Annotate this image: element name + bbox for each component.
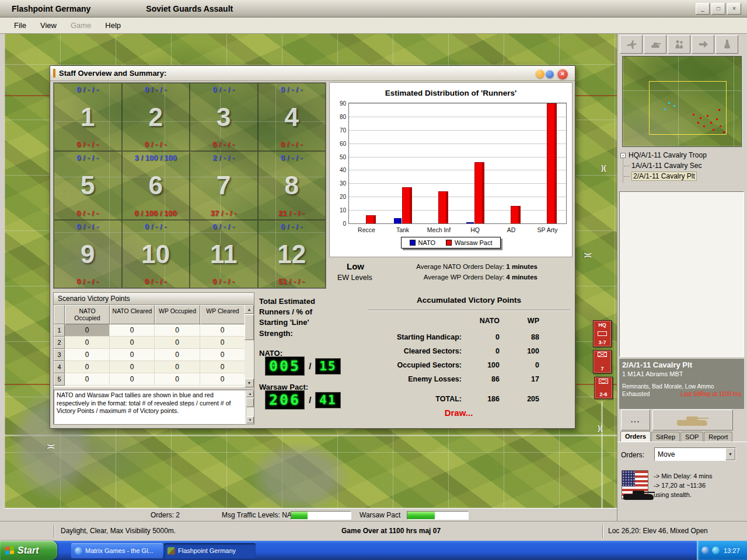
y-tick-label: 0	[343, 220, 346, 227]
wp-traffic-fill	[407, 512, 435, 519]
unit-picture-button[interactable]	[652, 410, 733, 430]
order-delay-line: -> Min Delay: 4 mins	[654, 473, 713, 480]
nato-delay-line: Average NATO Orders Delay: 1 minutes	[416, 263, 537, 270]
tree-item-cavalry-sec[interactable]: 1A/A/1-11 Cavalry Sec	[631, 162, 702, 170]
runners-title: Total Estimated Runners / % of Starting …	[259, 296, 336, 339]
y-tick-label: 20	[340, 194, 346, 200]
scrollbar-thumb[interactable]	[245, 314, 254, 340]
nato-total-led: 005	[265, 356, 305, 376]
x-tick-label: Mech Inf	[427, 226, 451, 233]
svp-selected-cell[interactable]: 0	[65, 324, 110, 337]
tab-sitrep[interactable]: SitRep	[651, 432, 680, 442]
map-unit-counter-inf[interactable]: 7	[593, 350, 612, 373]
note-scrollbar[interactable]: ▲ ▼	[246, 390, 253, 424]
infantry-icon	[673, 38, 685, 50]
svp-row: 10000	[54, 324, 254, 337]
order-mode-line: using stealth.	[654, 491, 692, 498]
avp-total-row: TOTAL:186205	[365, 395, 539, 403]
nato-runners-display: 005 / 15	[265, 356, 341, 376]
sidebar-tabs: Orders SitRep SOP Report	[620, 431, 733, 442]
bar-nato-hq	[466, 222, 474, 223]
taskbar-button-matrix-games[interactable]: Matrix Games - the Gl...	[71, 543, 163, 558]
hq-symbol-icon	[598, 331, 607, 336]
toolbar-button-air[interactable]	[620, 35, 643, 54]
tray-icon-1[interactable]	[701, 547, 709, 554]
taskbar: Start Matrix Games - the Gl... Flashpoin…	[0, 541, 747, 560]
start-button[interactable]: Start	[0, 541, 57, 560]
legend-swatch	[410, 240, 416, 246]
tree-collapse-icon[interactable]: -	[620, 153, 626, 158]
sector-cell-10: 0 / - / -100 / - / -	[122, 220, 190, 288]
ew-panel: Low EW Levels Average NATO Orders Delay:…	[329, 260, 573, 288]
tab-sop[interactable]: SOP	[680, 432, 703, 442]
minimap-viewport[interactable]	[649, 81, 727, 135]
restore-button[interactable]: □	[711, 3, 725, 15]
y-tick-label: 30	[340, 180, 346, 187]
weather-status: Daylight, Clear, Max Visibility 5000m.	[61, 527, 176, 535]
road	[5, 435, 617, 436]
menu-file[interactable]: File	[7, 19, 33, 32]
scroll-up-icon[interactable]: ▲	[246, 390, 254, 397]
minimize-button[interactable]: _	[696, 3, 710, 15]
game-icon	[167, 547, 175, 555]
scroll-up-icon[interactable]: ▲	[245, 305, 254, 314]
svp-scrollbar[interactable]: ▲ ▼	[245, 305, 254, 387]
scrollbar-thumb[interactable]	[246, 398, 254, 407]
y-tick-label: 10	[340, 207, 346, 214]
svp-row: 30000	[54, 349, 254, 361]
tree-connector	[624, 166, 630, 166]
divider	[617, 442, 747, 442]
bar-warsaw-pact-ad	[511, 206, 521, 223]
menu-view[interactable]: View	[33, 19, 64, 32]
toolbar-button-infantry[interactable]	[668, 35, 690, 54]
dialog-help-button[interactable]	[546, 70, 554, 78]
wp-delay-line: Average WP Orders Delay: 4 minutes	[424, 274, 537, 281]
chevron-down-icon[interactable]: ▼	[725, 448, 735, 460]
sector-cell-8: 0 / - / -821 / - / -	[258, 151, 326, 219]
dialog-minimize-button[interactable]	[536, 69, 544, 78]
ew-level-value: Low	[347, 261, 364, 271]
orders-selected-value: Move	[655, 450, 725, 459]
taskbar-button-flashpoint[interactable]: Flashpoint Germany	[164, 543, 256, 558]
windows-logo-icon	[5, 546, 14, 555]
toolbar-button-advance[interactable]	[692, 35, 714, 54]
nato-traffic-label: Msg Traffic Levels: NATO	[222, 511, 301, 519]
bridge-icon: )(	[601, 163, 606, 172]
wp-pct-led: 41	[315, 392, 340, 408]
menu-help[interactable]: Help	[98, 19, 128, 32]
chart-x-labels: RecceTankMech InfHQADSP Arty	[348, 226, 567, 235]
scroll-down-icon[interactable]: ▼	[245, 379, 254, 387]
legend-swatch	[446, 240, 452, 246]
tray-icon-2[interactable]	[712, 547, 720, 554]
toolbar-button-armor[interactable]	[644, 35, 666, 54]
dialog-close-button[interactable]: ×	[557, 69, 568, 79]
armor-symbol-icon	[599, 379, 608, 384]
map-unit-counter-armor[interactable]: 2-6	[594, 377, 613, 399]
bar-nato-tank	[394, 218, 402, 223]
svp-col-header: NATO Cleared	[110, 305, 155, 324]
dialog-titlebar[interactable]: Staff Overview and Summary:	[50, 66, 575, 81]
orders-dropdown[interactable]: Move ▼	[654, 447, 736, 461]
unit-status: Remnants, Bad Morale, Low Ammo	[622, 383, 741, 390]
svp-table: NATO Occupied NATO Cleared WP Occupied W…	[54, 305, 254, 387]
bridge-icon: )(	[584, 253, 593, 258]
svp-row: 50000	[54, 373, 254, 386]
toolbar-button-supply[interactable]	[715, 35, 738, 54]
more-options-button[interactable]: ...	[621, 410, 650, 430]
scroll-down-icon[interactable]: ▼	[246, 416, 254, 424]
legend-label: NATO	[418, 239, 436, 246]
scenario-title: Soviet Guards Assault	[146, 4, 233, 13]
tree-item-hq-troop[interactable]: HQ/A/1-11 Cavalry Troop	[629, 151, 707, 159]
svp-row: 40000	[54, 361, 254, 373]
tab-orders[interactable]: Orders	[620, 431, 651, 442]
tree-connector	[623, 158, 623, 182]
minimap[interactable]	[622, 56, 742, 147]
x-tick-label: HQ	[470, 226, 480, 233]
close-button[interactable]: ×	[727, 3, 741, 15]
tab-report[interactable]: Report	[704, 432, 732, 442]
infantry-symbol-icon	[598, 352, 607, 357]
chart-title: Estimated Distribution of 'Runners'	[330, 89, 572, 97]
tree-item-cavalry-plt[interactable]: 2/A/1-11 Cavalry Plt	[631, 172, 697, 181]
map-unit-counter-hq[interactable]: HQ 3-7	[593, 320, 612, 347]
game-result: Draw...	[365, 408, 552, 418]
